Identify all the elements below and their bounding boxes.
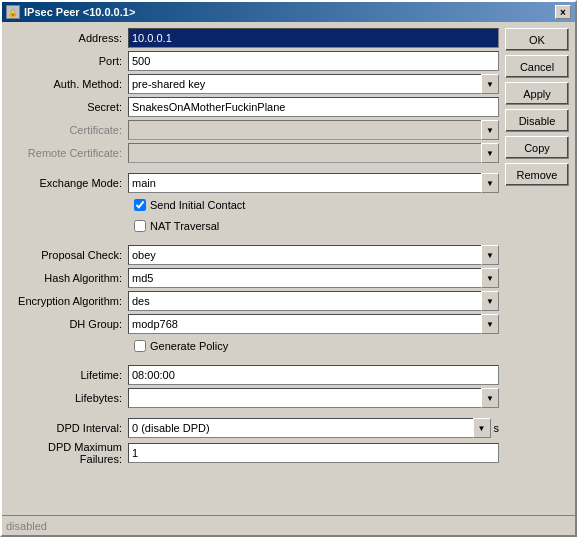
dh-group-row: DH Group: modp768 ▼ [8,314,499,334]
nat-traversal-row: NAT Traversal [134,217,499,235]
hash-algorithm-label: Hash Algorithm: [8,272,128,284]
proposal-check-label: Proposal Check: [8,249,128,261]
exchange-mode-select-wrapper: main ▼ [128,173,499,193]
status-bar: disabled [2,515,575,535]
certificate-select[interactable] [128,120,499,140]
cancel-button[interactable]: Cancel [505,55,569,78]
remote-certificate-row: Remote Certificate: ▼ [8,143,499,163]
secret-input[interactable] [128,97,499,117]
certificate-select-wrapper: ▼ [128,120,499,140]
port-label: Port: [8,55,128,67]
remote-certificate-select-wrapper: ▼ [128,143,499,163]
disable-button[interactable]: Disable [505,109,569,132]
ok-button[interactable]: OK [505,28,569,51]
port-row: Port: [8,51,499,71]
exchange-mode-row: Exchange Mode: main ▼ [8,173,499,193]
dpd-interval-row: DPD Interval: 0 (disable DPD) ▼ s [8,418,499,438]
window-title: IPsec Peer <10.0.0.1> [24,6,135,18]
remote-certificate-label: Remote Certificate: [8,147,128,159]
dpd-interval-select[interactable]: 0 (disable DPD) [128,418,491,438]
lifetime-label: Lifetime: [8,369,128,381]
auth-method-select[interactable]: pre-shared key [128,74,499,94]
nat-traversal-label: NAT Traversal [150,220,219,232]
generate-policy-checkbox[interactable] [134,340,146,352]
address-label: Address: [8,32,128,44]
dpd-max-failures-input[interactable] [128,443,499,463]
proposal-check-select[interactable]: obey [128,245,499,265]
proposal-check-row: Proposal Check: obey ▼ [8,245,499,265]
lifetime-input[interactable] [128,365,499,385]
certificate-label: Certificate: [8,124,128,136]
certificate-dropdown-arrow[interactable]: ▼ [481,120,499,140]
secret-row: Secret: [8,97,499,117]
dpd-unit: s [494,422,500,434]
exchange-mode-label: Exchange Mode: [8,177,128,189]
dpd-max-failures-row: DPD Maximum Failures: [8,441,499,465]
dh-group-label: DH Group: [8,318,128,330]
copy-button[interactable]: Copy [505,136,569,159]
secret-label: Secret: [8,101,128,113]
generate-policy-label: Generate Policy [150,340,228,352]
hash-algorithm-select-wrapper: md5 ▼ [128,268,499,288]
hash-algorithm-select[interactable]: md5 [128,268,499,288]
dpd-interval-group: 0 (disable DPD) ▼ s [128,418,499,438]
proposal-check-select-wrapper: obey ▼ [128,245,499,265]
form-section: Address: Port: Auth. Method: pre-shared … [8,28,499,509]
button-section: OK Cancel Apply Disable Copy Remove [505,28,569,509]
auth-method-select-wrapper: pre-shared key ▼ [128,74,499,94]
lifebytes-select-wrapper: ▼ [128,388,499,408]
proposal-check-dropdown-arrow[interactable]: ▼ [481,245,499,265]
hash-algorithm-dropdown-arrow[interactable]: ▼ [481,268,499,288]
lifebytes-dropdown-arrow[interactable]: ▼ [481,388,499,408]
encryption-algorithm-label: Encryption Algorithm: [8,295,128,307]
dpd-interval-select-wrapper: 0 (disable DPD) ▼ [128,418,491,438]
encryption-algorithm-dropdown-arrow[interactable]: ▼ [481,291,499,311]
auth-method-dropdown-arrow[interactable]: ▼ [481,74,499,94]
address-row: Address: [8,28,499,48]
send-initial-contact-row: Send Initial Contact [134,196,499,214]
lifebytes-row: Lifebytes: ▼ [8,388,499,408]
dh-group-select-wrapper: modp768 ▼ [128,314,499,334]
port-input[interactable] [128,51,499,71]
exchange-mode-select[interactable]: main [128,173,499,193]
send-initial-contact-checkbox[interactable] [134,199,146,211]
dpd-interval-dropdown-arrow[interactable]: ▼ [473,418,491,438]
lifetime-row: Lifetime: [8,365,499,385]
close-button[interactable]: × [555,5,571,19]
auth-method-row: Auth. Method: pre-shared key ▼ [8,74,499,94]
remove-button[interactable]: Remove [505,163,569,186]
nat-traversal-checkbox[interactable] [134,220,146,232]
encryption-algorithm-select[interactable]: des [128,291,499,311]
dh-group-dropdown-arrow[interactable]: ▼ [481,314,499,334]
auth-method-label: Auth. Method: [8,78,128,90]
lifebytes-select[interactable] [128,388,499,408]
main-window: 🔒 IPsec Peer <10.0.0.1> × Address: Port:… [0,0,577,537]
status-text: disabled [6,520,47,532]
dpd-max-failures-label: DPD Maximum Failures: [8,441,128,465]
apply-button[interactable]: Apply [505,82,569,105]
certificate-row: Certificate: ▼ [8,120,499,140]
title-bar-left: 🔒 IPsec Peer <10.0.0.1> [6,5,135,19]
window-icon: 🔒 [6,5,20,19]
generate-policy-row: Generate Policy [134,337,499,355]
remote-certificate-select[interactable] [128,143,499,163]
address-input[interactable] [128,28,499,48]
hash-algorithm-row: Hash Algorithm: md5 ▼ [8,268,499,288]
exchange-mode-dropdown-arrow[interactable]: ▼ [481,173,499,193]
encryption-algorithm-select-wrapper: des ▼ [128,291,499,311]
dpd-interval-label: DPD Interval: [8,422,128,434]
send-initial-contact-label: Send Initial Contact [150,199,245,211]
encryption-algorithm-row: Encryption Algorithm: des ▼ [8,291,499,311]
content-area: Address: Port: Auth. Method: pre-shared … [2,22,575,515]
remote-certificate-dropdown-arrow[interactable]: ▼ [481,143,499,163]
title-bar: 🔒 IPsec Peer <10.0.0.1> × [2,2,575,22]
dh-group-select[interactable]: modp768 [128,314,499,334]
lifebytes-label: Lifebytes: [8,392,128,404]
